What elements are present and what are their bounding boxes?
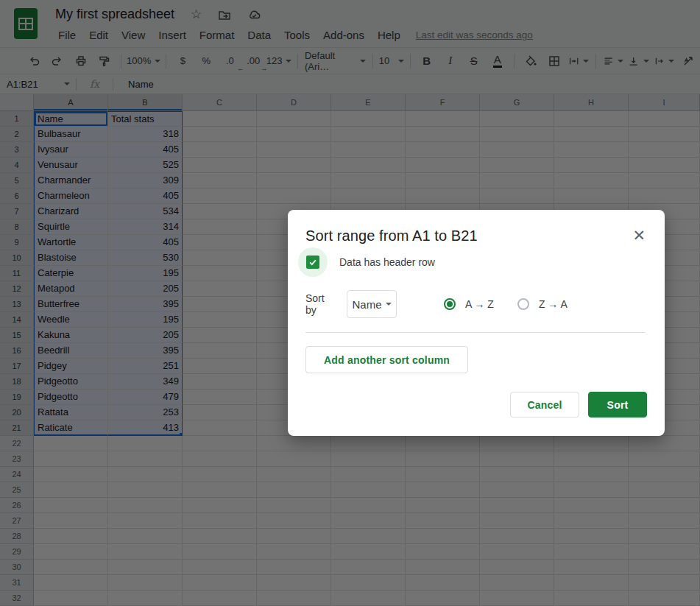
header-row-checkbox-label[interactable]: Data has header row — [339, 256, 435, 268]
radio-z-to-a-dot[interactable] — [517, 298, 529, 310]
sort-column-select[interactable]: Name — [347, 290, 397, 318]
sort-button[interactable]: Sort — [588, 392, 647, 417]
close-icon[interactable]: ✕ — [631, 228, 647, 243]
header-row-checkbox[interactable] — [298, 247, 328, 277]
add-sort-column-button[interactable]: Add another sort column — [305, 346, 468, 373]
dialog-title: Sort range from A1 to B21 — [305, 228, 478, 244]
radio-z-to-a[interactable]: Z → A — [517, 298, 568, 310]
radio-a-to-z-dot[interactable] — [444, 298, 456, 310]
radio-a-to-z[interactable]: A → Z — [444, 298, 494, 310]
cancel-button[interactable]: Cancel — [510, 392, 579, 417]
sort-by-label: Sort by — [305, 292, 338, 316]
sort-range-dialog: Sort range from A1 to B21 ✕ Data has hea… — [288, 210, 665, 436]
